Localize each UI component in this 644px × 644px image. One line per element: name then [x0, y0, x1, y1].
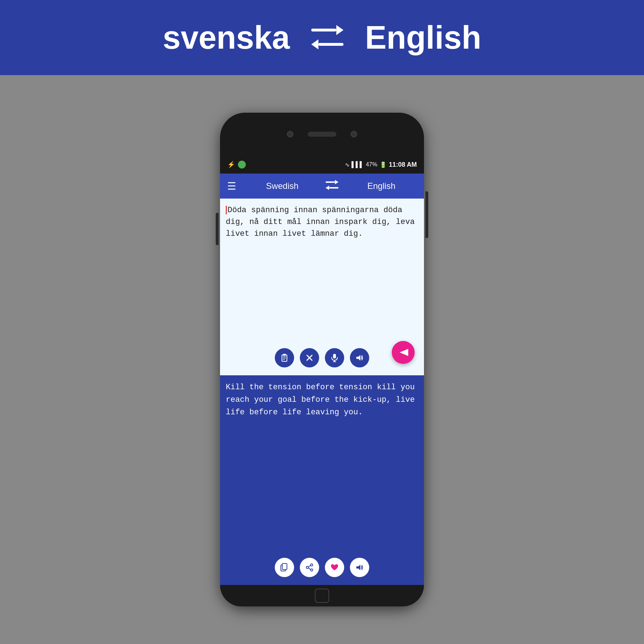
nav-swap-icon[interactable] — [318, 180, 346, 192]
battery-text: 47% — [366, 161, 377, 168]
status-bar: ⚡ ∿ ▌▌▌ 47% 🔋 11:08 AM — [220, 156, 424, 174]
svg-marker-27 — [356, 565, 360, 570]
banner-swap-icon[interactable] — [311, 25, 343, 50]
svg-rect-6 — [329, 187, 338, 189]
clipboard-button[interactable] — [275, 348, 294, 367]
nav-target-lang[interactable]: English — [346, 181, 417, 191]
output-action-buttons — [226, 554, 418, 579]
mic-button[interactable] — [325, 348, 344, 367]
home-button[interactable] — [315, 589, 329, 603]
svg-rect-4 — [326, 181, 335, 183]
power-button — [425, 191, 428, 238]
input-panel: Döda spänning innan spänningarna döda di… — [220, 199, 424, 375]
svg-point-23 — [306, 566, 308, 569]
speaker-button-output[interactable] — [350, 558, 369, 577]
output-text: Kill the tension before tension kill you… — [226, 383, 415, 417]
favorite-button[interactable] — [325, 558, 344, 577]
clear-button[interactable] — [300, 348, 319, 367]
phone-wrapper: ⚡ ∿ ▌▌▌ 47% 🔋 11:08 AM ☰ Swedish — [220, 75, 424, 644]
svg-marker-18 — [356, 355, 360, 361]
svg-marker-3 — [311, 39, 318, 49]
svg-rect-0 — [311, 29, 336, 31]
earpiece-speaker — [308, 132, 336, 137]
top-banner: svenska English — [0, 0, 644, 75]
phone-top-bar — [220, 113, 424, 156]
app-navbar: ☰ Swedish English — [220, 174, 424, 199]
signal-icon: ▌▌▌ — [352, 161, 364, 168]
text-cursor — [226, 206, 227, 214]
notification-icon — [238, 161, 246, 169]
svg-marker-19 — [400, 349, 408, 356]
nav-source-lang[interactable]: Swedish — [247, 181, 318, 191]
svg-line-25 — [308, 565, 311, 567]
speaker-button-input[interactable] — [350, 348, 369, 367]
banner-source-lang: svenska — [163, 19, 290, 56]
battery-icon: 🔋 — [380, 161, 387, 168]
svg-point-24 — [311, 569, 313, 571]
input-action-buttons — [226, 345, 418, 370]
share-button[interactable] — [300, 558, 319, 577]
phone-device: ⚡ ∿ ▌▌▌ 47% 🔋 11:08 AM ☰ Swedish — [220, 113, 424, 606]
front-sensor — [351, 131, 357, 137]
translate-button[interactable] — [392, 341, 415, 364]
svg-rect-2 — [318, 43, 343, 46]
input-text-display[interactable]: Döda spänning innan spänningarna döda di… — [226, 204, 418, 345]
usb-icon: ⚡ — [227, 161, 235, 169]
wifi-icon: ∿ — [345, 161, 350, 168]
front-camera — [287, 131, 293, 137]
svg-rect-15 — [333, 354, 336, 358]
svg-point-22 — [311, 564, 313, 566]
status-left: ⚡ — [227, 161, 246, 169]
output-text-display: Kill the tension before tension kill you… — [226, 381, 418, 554]
phone-bottom — [220, 585, 424, 606]
banner-target-lang: English — [365, 19, 481, 56]
svg-marker-7 — [326, 186, 329, 190]
svg-line-26 — [308, 568, 311, 570]
input-text: Döda spänning innan spänningarna döda di… — [226, 206, 415, 238]
svg-rect-9 — [283, 354, 286, 356]
output-panel: Kill the tension before tension kill you… — [220, 375, 424, 585]
status-right: ∿ ▌▌▌ 47% 🔋 11:08 AM — [345, 161, 417, 169]
svg-marker-1 — [336, 25, 343, 35]
volume-button — [216, 213, 219, 245]
status-time: 11:08 AM — [389, 161, 417, 169]
hamburger-menu[interactable]: ☰ — [227, 180, 236, 192]
svg-marker-5 — [335, 180, 338, 184]
svg-rect-21 — [282, 564, 287, 570]
copy-output-button[interactable] — [275, 558, 294, 577]
